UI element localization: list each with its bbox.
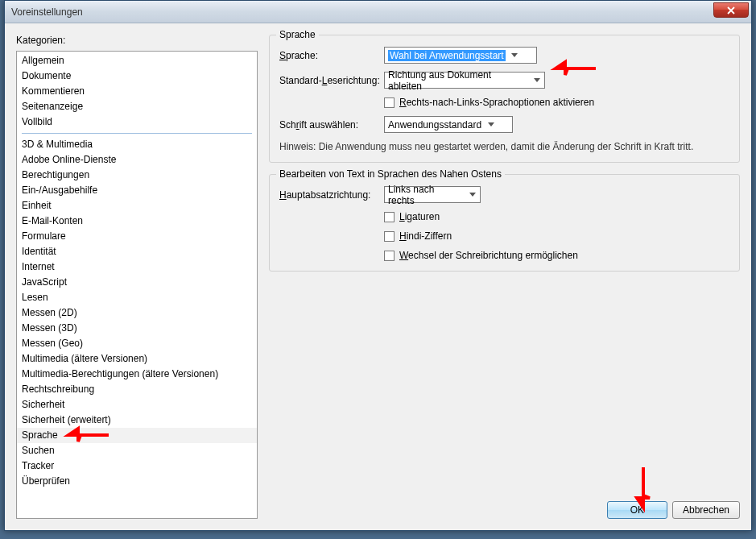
- titlebar[interactable]: Voreinstellungen: [5, 1, 751, 23]
- list-item[interactable]: Formulare: [17, 229, 257, 244]
- close-button[interactable]: [713, 2, 749, 18]
- ligatures-checkbox[interactable]: [384, 212, 395, 222]
- list-item[interactable]: Vollbild: [17, 114, 257, 130]
- close-icon: [727, 6, 735, 15]
- list-item[interactable]: Ein-/Ausgabehilfe: [17, 183, 257, 198]
- list-item[interactable]: Multimedia-Berechtigungen (ältere Versio…: [17, 367, 257, 382]
- list-separator: [22, 133, 252, 134]
- list-item[interactable]: Sprache: [17, 428, 257, 443]
- ligatures-label: Ligaturen: [399, 211, 440, 222]
- chevron-down-icon: [531, 78, 543, 82]
- categories-panel: Kategorien: AllgemeinDokumenteKommentier…: [16, 35, 258, 519]
- list-item[interactable]: Messen (3D): [17, 321, 257, 336]
- chevron-down-icon: [509, 53, 521, 57]
- dialog-buttons: OK Abbrechen: [607, 501, 740, 519]
- list-item[interactable]: Messen (Geo): [17, 336, 257, 351]
- font-label: Schrift auswählen:: [279, 119, 384, 131]
- list-item[interactable]: Kommentieren: [17, 84, 257, 99]
- rtl-options-checkbox[interactable]: [384, 97, 395, 108]
- font-dropdown[interactable]: Anwendungsstandard: [384, 116, 513, 133]
- group-title-me: Bearbeiten von Text in Sprachen des Nahe…: [276, 168, 505, 180]
- preferences-window: Voreinstellungen Kategorien: AllgemeinDo…: [4, 0, 752, 531]
- list-item[interactable]: Suchen: [17, 443, 257, 458]
- list-item[interactable]: JavaScript: [17, 275, 257, 290]
- middle-east-group: Bearbeiten von Text in Sprachen des Nahe…: [269, 174, 740, 272]
- cancel-button[interactable]: Abbrechen: [672, 501, 740, 519]
- list-item[interactable]: Sicherheit: [17, 397, 257, 413]
- list-item[interactable]: Seitenanzeige: [17, 99, 257, 114]
- list-item[interactable]: Identität: [17, 244, 257, 259]
- list-item[interactable]: Sicherheit (erweitert): [17, 413, 257, 428]
- list-item[interactable]: Rechtschreibung: [17, 382, 257, 397]
- restart-hint: Hinweis: Die Anwendung muss neu gestarte…: [279, 141, 729, 152]
- reading-direction-dropdown[interactable]: Richtung aus Dokument ableiten: [384, 72, 545, 89]
- hindi-digits-label: Hindi-Ziffern: [399, 230, 452, 242]
- paragraph-direction-dropdown[interactable]: Links nach rechts: [384, 186, 481, 203]
- list-item[interactable]: Multimedia (ältere Versionen): [17, 351, 257, 367]
- chevron-down-icon: [485, 122, 497, 126]
- switch-direction-checkbox[interactable]: [384, 251, 395, 261]
- language-dropdown[interactable]: Wahl bei Anwendungsstart: [384, 47, 537, 64]
- list-item[interactable]: E-Mail-Konten: [17, 214, 257, 229]
- group-title-language: Sprache: [276, 29, 319, 40]
- list-item[interactable]: Lesen: [17, 290, 257, 305]
- window-title: Voreinstellungen: [11, 6, 83, 18]
- list-item[interactable]: Internet: [17, 259, 257, 275]
- list-item[interactable]: Messen (2D): [17, 305, 257, 321]
- categories-label: Kategorien:: [16, 35, 258, 46]
- list-item[interactable]: Einheit: [17, 198, 257, 214]
- list-item[interactable]: Tracker: [17, 458, 257, 474]
- paragraph-direction-label: Hauptabsatzrichtung:: [279, 189, 384, 201]
- language-group: Sprache Sprache: Wahl bei Anwendungsstar…: [269, 35, 740, 163]
- ok-button[interactable]: OK: [607, 501, 667, 519]
- hindi-digits-checkbox[interactable]: [384, 231, 395, 242]
- list-item[interactable]: Überprüfen: [17, 474, 257, 489]
- reading-direction-label: Standard-Leserichtung:: [279, 75, 384, 86]
- list-item[interactable]: Adobe Online-Dienste: [17, 152, 257, 168]
- list-item[interactable]: Dokumente: [17, 68, 257, 84]
- categories-list[interactable]: AllgemeinDokumenteKommentierenSeitenanze…: [16, 51, 258, 519]
- chevron-down-icon: [466, 193, 478, 197]
- language-label: Sprache:: [279, 50, 384, 61]
- switch-direction-label: Wechsel der Schreibrichtung ermöglichen: [399, 250, 578, 261]
- settings-panel: Sprache Sprache: Wahl bei Anwendungsstar…: [258, 35, 740, 519]
- list-item[interactable]: Allgemein: [17, 53, 257, 68]
- list-item[interactable]: 3D & Multimedia: [17, 137, 257, 152]
- list-item[interactable]: Berechtigungen: [17, 168, 257, 183]
- content-area: Kategorien: AllgemeinDokumenteKommentier…: [5, 23, 751, 530]
- rtl-options-label: Rechts-nach-Links-Sprachoptionen aktivie…: [399, 97, 594, 108]
